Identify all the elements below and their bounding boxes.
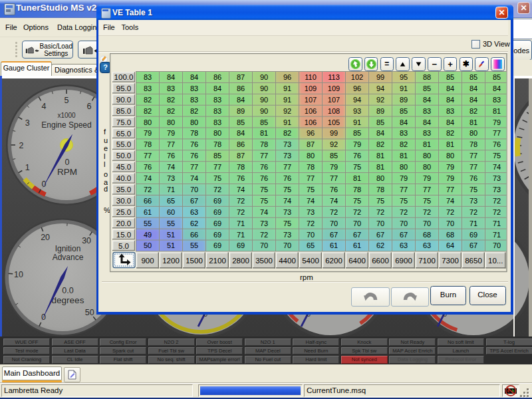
svg-text:85: 85 (213, 152, 221, 160)
svg-text:81: 81 (469, 118, 477, 126)
svg-text:78: 78 (143, 140, 151, 148)
svg-text:1200: 1200 (162, 257, 180, 265)
svg-text:70: 70 (329, 219, 337, 227)
svg-text:87: 87 (306, 140, 314, 148)
svg-text:76: 76 (352, 152, 360, 160)
svg-text:78: 78 (469, 140, 477, 148)
svg-text:83: 83 (422, 107, 430, 115)
svg-text:77: 77 (306, 174, 314, 182)
svg-text:72: 72 (492, 208, 500, 216)
svg-text:50: 50 (143, 241, 151, 249)
svg-text:90: 90 (259, 107, 267, 115)
svg-text:94: 94 (376, 84, 384, 92)
svg-text:79: 79 (143, 129, 151, 137)
svg-text:51: 51 (166, 231, 174, 239)
svg-text:80: 80 (306, 152, 314, 160)
svg-text:30: 30 (82, 236, 91, 245)
svg-text:25.0: 25.0 (116, 208, 130, 216)
svg-text:109: 109 (304, 84, 316, 92)
svg-text:75: 75 (283, 219, 291, 227)
svg-text:900: 900 (141, 257, 154, 265)
svg-text:66: 66 (190, 231, 198, 239)
svg-text:77: 77 (143, 152, 151, 160)
svg-text:83: 83 (213, 107, 221, 115)
svg-text:91: 91 (399, 84, 407, 92)
svg-text:75: 75 (213, 174, 221, 182)
svg-text:83: 83 (492, 96, 500, 104)
svg-text:0: 0 (42, 180, 47, 189)
svg-text:71: 71 (492, 231, 500, 239)
svg-text:84: 84 (236, 129, 244, 137)
svg-text:86: 86 (236, 84, 244, 92)
svg-text:75: 75 (469, 186, 477, 194)
svg-text:72: 72 (329, 208, 337, 216)
svg-text:7100: 7100 (418, 257, 436, 265)
svg-text:85: 85 (329, 152, 337, 160)
svg-text:72: 72 (469, 208, 477, 216)
svg-text:0: 0 (65, 158, 70, 167)
svg-text:70: 70 (376, 219, 384, 227)
svg-text:90: 90 (259, 96, 267, 104)
svg-text:81: 81 (492, 107, 500, 115)
svg-text:60: 60 (166, 208, 174, 216)
svg-text:76: 76 (329, 186, 337, 194)
svg-text:74: 74 (236, 186, 244, 194)
svg-text:2100: 2100 (209, 257, 226, 265)
svg-text:70: 70 (259, 241, 267, 249)
svg-text:80: 80 (213, 129, 221, 137)
svg-text:89: 89 (399, 96, 407, 104)
svg-text:74: 74 (446, 197, 454, 205)
svg-text:73: 73 (283, 231, 291, 239)
svg-text:70: 70 (399, 219, 407, 227)
svg-text:102: 102 (350, 73, 362, 81)
svg-text:82: 82 (166, 96, 174, 104)
svg-text:72: 72 (236, 208, 244, 216)
svg-text:92: 92 (329, 140, 337, 148)
svg-text:8650: 8650 (465, 257, 482, 265)
svg-text:77: 77 (469, 152, 477, 160)
svg-text:76: 76 (259, 163, 267, 171)
svg-text:0.0: 0.0 (62, 286, 73, 295)
svg-text:91: 91 (283, 84, 291, 92)
svg-text:77: 77 (283, 163, 291, 171)
svg-text:75: 75 (259, 197, 267, 205)
svg-text:61: 61 (143, 208, 151, 216)
svg-text:70: 70 (352, 219, 360, 227)
svg-text:4: 4 (42, 102, 47, 111)
svg-text:55: 55 (190, 241, 198, 249)
svg-text:63: 63 (399, 241, 407, 249)
svg-text:79: 79 (166, 129, 174, 137)
svg-text:73: 73 (492, 174, 500, 182)
svg-text:6400: 6400 (348, 257, 366, 265)
svg-text:70: 70 (306, 231, 314, 239)
svg-text:50.0: 50.0 (116, 152, 130, 160)
svg-text:1: 1 (25, 163, 30, 172)
svg-text:81: 81 (446, 140, 454, 148)
svg-text:76: 76 (236, 174, 244, 182)
svg-text:76: 76 (469, 174, 477, 182)
svg-text:83: 83 (446, 107, 454, 115)
svg-text:68: 68 (446, 231, 454, 239)
svg-text:82: 82 (143, 96, 151, 104)
svg-text:75: 75 (492, 152, 500, 160)
svg-text:74: 74 (166, 163, 174, 171)
svg-text:76: 76 (492, 140, 500, 148)
svg-text:69: 69 (213, 241, 221, 249)
svg-text:84: 84 (446, 118, 454, 126)
svg-text:81: 81 (422, 140, 430, 148)
svg-text:82: 82 (166, 107, 174, 115)
svg-text:77: 77 (492, 129, 500, 137)
svg-text:72: 72 (143, 186, 151, 194)
svg-text:77: 77 (469, 163, 477, 171)
svg-text:105: 105 (327, 118, 339, 126)
svg-text:69: 69 (213, 219, 221, 227)
svg-text:85: 85 (422, 84, 430, 92)
svg-text:55.0: 55.0 (116, 140, 130, 148)
svg-text:83: 83 (143, 73, 151, 81)
svg-text:100.0: 100.0 (114, 73, 133, 81)
svg-text:35.0: 35.0 (116, 186, 130, 194)
svg-text:77: 77 (422, 186, 430, 194)
svg-text:67: 67 (399, 231, 407, 239)
svg-text:84: 84 (422, 96, 430, 104)
svg-text:68: 68 (422, 231, 430, 239)
